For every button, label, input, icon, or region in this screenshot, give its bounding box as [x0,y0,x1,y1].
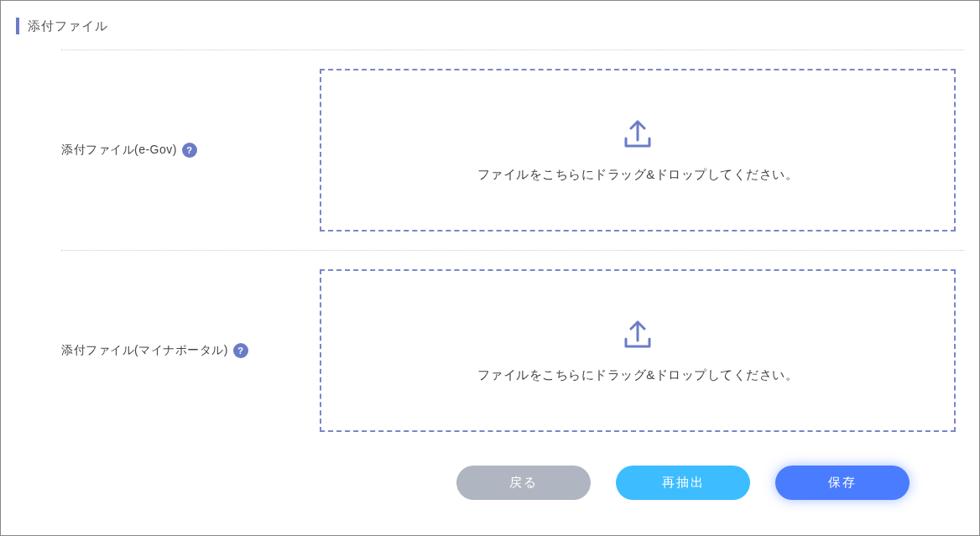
section-header: 添付ファイル [16,18,964,34]
footer-buttons: 戻る 再抽出 保存 [16,450,964,500]
dropzone-mynaportal[interactable]: ファイルをこちらにドラッグ&ドロップしてください。 [320,269,956,432]
dropzone-text: ファイルをこちらにドラッグ&ドロップしてください。 [477,167,799,183]
save-button[interactable]: 保存 [775,466,910,500]
upload-icon [621,118,654,152]
attachment-label-text: 添付ファイル(マイナポータル) [61,343,228,358]
reextract-button[interactable]: 再抽出 [616,466,750,500]
attachments-section: 添付ファイル 添付ファイル(e-Gov) ? ファイルをこちらにドラッグ&ドロッ… [1,1,979,517]
dropzone-egov[interactable]: ファイルをこちらにドラッグ&ドロップしてください。 [320,69,956,232]
back-button[interactable]: 戻る [456,466,591,500]
attachment-rows: 添付ファイル(e-Gov) ? ファイルをこちらにドラッグ&ドロップしてください… [61,49,964,450]
section-title: 添付ファイル [28,18,108,34]
dropzone-text: ファイルをこちらにドラッグ&ドロップしてください。 [477,367,799,383]
help-icon[interactable]: ? [182,143,197,158]
attachment-label-egov: 添付ファイル(e-Gov) ? [61,143,320,158]
upload-icon [621,319,654,352]
attachment-row-egov: 添付ファイル(e-Gov) ? ファイルをこちらにドラッグ&ドロップしてください… [61,49,964,250]
attachment-label-text: 添付ファイル(e-Gov) [61,143,177,158]
attachment-label-mynaportal: 添付ファイル(マイナポータル) ? [61,343,320,358]
help-icon[interactable]: ? [233,343,248,358]
section-accent-bar [16,18,19,34]
attachment-row-mynaportal: 添付ファイル(マイナポータル) ? ファイルをこちらにドラッグ&ドロップしてくだ… [61,250,964,450]
